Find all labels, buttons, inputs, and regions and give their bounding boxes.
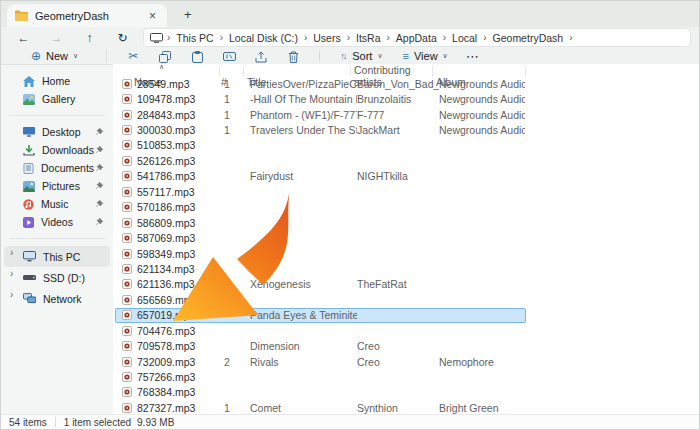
file-row[interactable]: 300030.mp3 1 Travelers Under The Storm..… xyxy=(115,122,526,137)
file-row[interactable]: 657019.mp3 Panda Eyes & Teminite - ... xyxy=(115,308,526,323)
file-row[interactable]: 656569.mp3 xyxy=(115,292,526,307)
tab-geometrydash[interactable]: GeometryDash × xyxy=(7,4,167,27)
sort-arrows-icon: ↑↓ xyxy=(340,51,345,61)
file-row[interactable]: 598349.mp3 xyxy=(115,246,526,261)
file-title: Fairydust xyxy=(250,170,357,182)
back-icon[interactable]: ← xyxy=(7,31,40,45)
home-icon xyxy=(23,76,35,87)
file-album: Newgrounds Audio P... xyxy=(439,109,525,121)
file-name: 709578.mp3 xyxy=(137,340,224,352)
sidebar-item-documents[interactable]: Documents xyxy=(1,159,113,177)
tab-title: GeometryDash xyxy=(35,10,139,22)
sidebar-item-label: Home xyxy=(42,75,70,87)
breadcrumb-item[interactable]: ItsRa xyxy=(351,32,386,44)
column-divider[interactable] xyxy=(432,66,433,76)
paste-icon[interactable] xyxy=(186,49,208,62)
file-track-number: 1 xyxy=(224,78,250,90)
file-album: Newgrounds Audio P... xyxy=(439,124,525,136)
gallery-icon xyxy=(23,94,35,105)
media-file-icon xyxy=(122,202,132,212)
file-row[interactable]: 541786.mp3 Fairydust NIGHTkilla xyxy=(115,169,526,184)
sidebar-item-videos[interactable]: Videos xyxy=(1,213,113,231)
address-bar[interactable]: › This PC › Local Disk (C:) › Users › It… xyxy=(143,28,691,47)
cut-icon[interactable]: ✂ xyxy=(122,49,144,63)
breadcrumb-item[interactable]: AppData xyxy=(391,32,442,44)
breadcrumb-item[interactable]: This PC xyxy=(171,32,218,44)
file-row[interactable]: 587069.mp3 xyxy=(115,230,526,245)
pictures-icon xyxy=(23,181,35,192)
chevron-right-icon[interactable]: › xyxy=(10,268,13,279)
media-file-icon xyxy=(122,264,132,274)
tab-close-icon[interactable]: × xyxy=(146,9,159,23)
file-artist: TheFatRat xyxy=(357,278,439,290)
file-row[interactable]: 526126.mp3 xyxy=(115,153,526,168)
column-divider[interactable] xyxy=(243,66,244,76)
breadcrumb-item[interactable]: Users xyxy=(308,32,345,44)
file-row[interactable]: 732009.mp3 2 Rivals Creo Nemophore xyxy=(115,354,526,369)
sidebar-item-desktop[interactable]: Desktop xyxy=(1,123,113,141)
sidebar-item-pictures[interactable]: Pictures xyxy=(1,177,113,195)
media-file-icon xyxy=(122,94,132,104)
sidebar-item-label: Documents xyxy=(41,162,94,174)
share-icon[interactable] xyxy=(250,49,272,62)
status-selected-count: 1 item selected xyxy=(64,417,131,428)
file-row[interactable]: 827327.mp3 1 Comet Synthion Bright Green xyxy=(115,400,526,414)
file-name: 586809.mp3 xyxy=(137,217,224,229)
sidebar-item-music[interactable]: Music xyxy=(1,195,113,213)
sidebar-item-this-pc[interactable]: › This PC xyxy=(4,246,110,267)
new-tab-button[interactable]: + xyxy=(178,5,198,24)
file-row[interactable]: 109478.mp3 1 -Hall Of The Mountain Ki...… xyxy=(115,91,526,106)
desktop-icon xyxy=(23,127,35,137)
status-bar: 54 items 1 item selected 9.93 MB xyxy=(1,414,699,429)
breadcrumb-item[interactable]: GeometryDash xyxy=(488,32,569,44)
file-row[interactable]: 621134.mp3 xyxy=(115,261,526,276)
copy-icon[interactable] xyxy=(154,49,176,62)
sidebar-item-home[interactable]: Home xyxy=(1,72,113,90)
file-row[interactable]: 570186.mp3 xyxy=(115,200,526,215)
file-row[interactable]: 704476.mp3 xyxy=(115,323,526,338)
pin-icon xyxy=(95,163,104,172)
sidebar-item-ssd-d[interactable]: › SSD (D:) xyxy=(1,267,113,288)
file-artist: JackMart xyxy=(357,124,439,136)
column-divider[interactable] xyxy=(350,66,351,76)
file-row[interactable]: 510853.mp3 xyxy=(115,138,526,153)
sidebar-item-downloads[interactable]: Downloads xyxy=(1,141,113,159)
file-row[interactable]: 709578.mp3 Dimension Creo xyxy=(115,338,526,353)
file-row[interactable]: 284843.mp3 1 Phantom - (WF1)/F-777 (L...… xyxy=(115,107,526,122)
sort-button[interactable]: ↑↓ Sort ∨ xyxy=(340,50,382,62)
file-name: 284843.mp3 xyxy=(137,109,224,121)
up-icon[interactable]: ↑ xyxy=(73,31,106,45)
file-artist: Brunzolaitis xyxy=(357,93,439,105)
column-divider[interactable] xyxy=(219,66,220,76)
file-row[interactable]: 557117.mp3 xyxy=(115,184,526,199)
breadcrumb-item[interactable]: Local Disk (C:) xyxy=(224,32,303,44)
forward-icon[interactable]: → xyxy=(40,31,73,45)
file-track-number: 1 xyxy=(224,93,250,105)
file-row[interactable]: 757266.mp3 xyxy=(115,369,526,384)
sidebar-item-network[interactable]: › Network xyxy=(1,288,113,309)
chevron-right-icon[interactable]: › xyxy=(10,247,13,258)
delete-icon[interactable] xyxy=(282,49,304,62)
folder-icon xyxy=(15,10,28,21)
file-row[interactable]: 586809.mp3 xyxy=(115,215,526,230)
file-row[interactable]: 621136.mp3 Xenogenesis TheFatRat xyxy=(115,277,526,292)
file-name: 704476.mp3 xyxy=(137,325,224,337)
pin-icon xyxy=(95,127,104,136)
file-album: Newgrounds Audio P... xyxy=(439,93,525,105)
network-icon xyxy=(23,293,36,304)
view-button[interactable]: ≡ View ∨ xyxy=(403,50,448,62)
file-name: 757266.mp3 xyxy=(137,371,224,383)
column-divider[interactable] xyxy=(525,66,526,76)
chevron-right-icon[interactable]: › xyxy=(10,289,13,300)
breadcrumb-item[interactable]: Local xyxy=(447,32,482,44)
file-album: Newgrounds Audio P... xyxy=(439,78,525,90)
rename-icon[interactable] xyxy=(218,50,240,63)
refresh-icon[interactable]: ↻ xyxy=(106,31,139,45)
file-row[interactable]: 768384.mp3 xyxy=(115,385,526,400)
file-row[interactable]: 28549.mp3 1 PartiesOver/PizzaPieCircle..… xyxy=(115,76,526,91)
new-button[interactable]: ⊕ New ∨ xyxy=(31,49,78,63)
pin-icon xyxy=(95,217,104,226)
sidebar-item-gallery[interactable]: Gallery xyxy=(1,90,113,108)
more-options-button[interactable]: ⋯ xyxy=(466,49,480,64)
media-file-icon xyxy=(122,187,132,197)
